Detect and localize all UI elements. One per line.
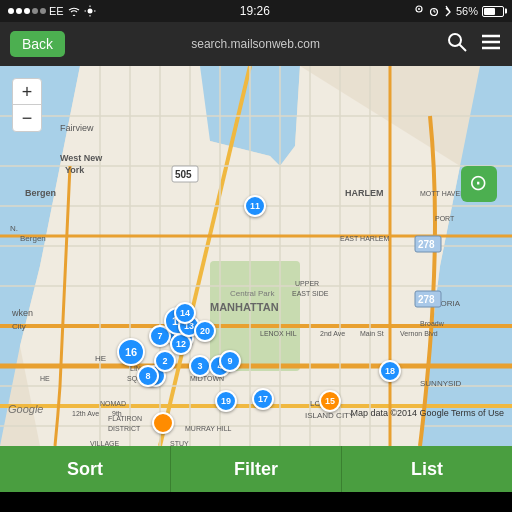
svg-text:278: 278 (418, 239, 435, 250)
back-button[interactable]: Back (10, 31, 65, 57)
map-marker[interactable]: 11 (244, 195, 266, 217)
svg-text:MURRAY HILL: MURRAY HILL (185, 425, 232, 432)
location-icon (414, 5, 424, 17)
map-marker[interactable]: 18 (379, 360, 401, 382)
map-zoom-controls: + − (12, 78, 42, 132)
carrier-label: EE (49, 5, 64, 17)
map-marker[interactable]: 19 (215, 390, 237, 412)
map-marker[interactable] (152, 412, 174, 434)
svg-text:DISTRICT: DISTRICT (108, 425, 141, 432)
signal-dots (8, 8, 46, 14)
svg-text:SUNNYSID: SUNNYSID (420, 379, 462, 388)
sort-button[interactable]: Sort (0, 446, 171, 492)
map-marker[interactable]: 9 (219, 350, 241, 372)
svg-text:VILLAGE: VILLAGE (90, 440, 120, 446)
svg-text:12th Ave: 12th Ave (72, 410, 99, 417)
svg-text:LENOX HIL: LENOX HIL (260, 330, 297, 337)
svg-text:Bergen: Bergen (20, 234, 46, 243)
svg-text:Main St: Main St (360, 330, 384, 337)
svg-text:MANHATTAN: MANHATTAN (210, 301, 279, 313)
nav-icons (446, 31, 502, 58)
svg-point-10 (449, 34, 461, 46)
map-marker[interactable]: 8 (137, 365, 159, 387)
svg-text:City: City (12, 322, 26, 331)
svg-text:PORT: PORT (435, 215, 455, 222)
svg-point-6 (418, 8, 420, 10)
svg-text:278: 278 (418, 294, 435, 305)
svg-text:Google: Google (8, 403, 43, 415)
menu-button[interactable] (480, 31, 502, 58)
svg-text:STUY: STUY (170, 440, 189, 446)
svg-text:MOTT HAVEN: MOTT HAVEN (420, 190, 465, 197)
nav-bar: Back search.mailsonweb.com (0, 22, 512, 66)
alarm-icon (428, 5, 440, 17)
svg-text:NOMAD: NOMAD (100, 400, 126, 407)
svg-text:Central Park: Central Park (230, 289, 275, 298)
svg-text:⊙: ⊙ (469, 170, 487, 195)
wifi-icon (67, 5, 81, 17)
svg-text:wken: wken (11, 308, 33, 318)
svg-text:EAST HARLEM: EAST HARLEM (340, 235, 389, 242)
map-data-label: Map data ©2014 Google Terms of Use (350, 408, 504, 418)
svg-text:York: York (65, 165, 85, 175)
url-bar: search.mailsonweb.com (65, 37, 446, 51)
svg-line-11 (460, 44, 467, 51)
svg-text:West New: West New (60, 153, 103, 163)
map-marker[interactable]: 20 (194, 320, 216, 342)
map-marker[interactable]: 17 (252, 388, 274, 410)
google-watermark: Google (8, 400, 53, 418)
zoom-in-button[interactable]: + (13, 79, 41, 105)
svg-text:Fairview: Fairview (60, 123, 94, 133)
battery-icon (482, 6, 504, 17)
svg-text:ISLAND CITY: ISLAND CITY (305, 411, 355, 420)
time-display: 19:26 (240, 4, 270, 18)
status-right: 56% (414, 5, 504, 17)
search-icon (446, 31, 468, 53)
search-button[interactable] (446, 31, 468, 58)
brightness-icon (84, 5, 96, 17)
svg-text:Bergen: Bergen (25, 188, 56, 198)
hamburger-icon (480, 31, 502, 53)
filter-button[interactable]: Filter (171, 446, 342, 492)
map-marker[interactable]: 14 (174, 302, 196, 324)
svg-text:505: 505 (175, 169, 192, 180)
list-button[interactable]: List (342, 446, 512, 492)
svg-text:HE: HE (40, 375, 50, 382)
bottom-toolbar: Sort Filter List (0, 446, 512, 492)
svg-text:Vernon Blvd: Vernon Blvd (400, 330, 438, 337)
zoom-out-button[interactable]: − (13, 105, 41, 131)
svg-text:EAST SIDE: EAST SIDE (292, 290, 329, 297)
svg-point-0 (87, 9, 92, 14)
battery-percent: 56% (456, 5, 478, 17)
bluetooth-icon (444, 5, 452, 17)
svg-text:Broadw: Broadw (420, 320, 445, 327)
svg-text:9th: 9th (112, 410, 122, 417)
svg-text:UPPER: UPPER (295, 280, 319, 287)
map-container[interactable]: West New York Bergen N. Bergen wken City… (0, 66, 512, 446)
svg-text:HE: HE (95, 354, 106, 363)
map-marker[interactable]: 16 (117, 338, 145, 366)
map-marker[interactable]: 15 (319, 390, 341, 412)
svg-text:N.: N. (10, 224, 18, 233)
status-bar: EE 19:26 56% (0, 0, 512, 22)
svg-text:HARLEM: HARLEM (345, 188, 384, 198)
svg-text:2nd Ave: 2nd Ave (320, 330, 345, 337)
map-marker[interactable]: 3 (189, 355, 211, 377)
status-left: EE (8, 5, 96, 17)
